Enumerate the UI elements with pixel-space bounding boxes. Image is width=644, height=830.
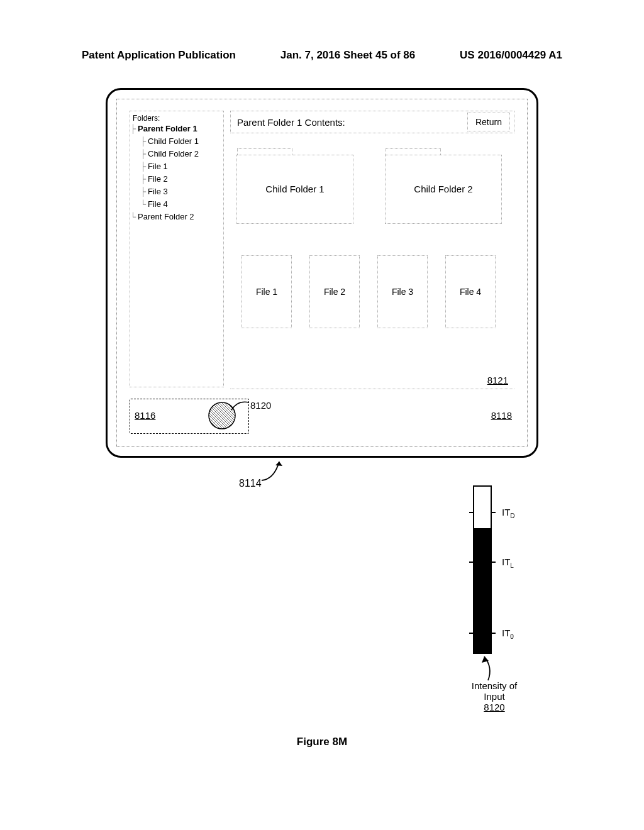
gauge-fill (474, 528, 491, 653)
tree-file-4[interactable]: File 4 (143, 198, 221, 211)
gauge-tick (469, 633, 474, 634)
ref-8120: 8120 (250, 400, 271, 411)
tree-parent-1-label: Parent Folder 1 (138, 124, 197, 133)
folder-tab-icon (386, 148, 441, 155)
file-tile-2[interactable]: File 2 (309, 255, 360, 328)
ref-8114: 8114 (239, 478, 262, 489)
gauge-tick (469, 562, 474, 563)
ref-8116: 8116 (135, 410, 155, 421)
tree-parent-2[interactable]: Parent Folder 2 (133, 211, 221, 223)
gauge-label-itd: ITD (502, 507, 515, 519)
page-header: Patent Application Publication Jan. 7, 2… (0, 49, 644, 62)
folder-tab-icon (237, 148, 292, 155)
folder-tile-1[interactable]: Child Folder 1 (236, 155, 353, 224)
tree-file-3[interactable]: File 3 (143, 185, 221, 198)
content-title: Parent Folder 1 Contents: (237, 117, 345, 128)
gauge-leader-icon (475, 653, 501, 683)
tree-parent-1[interactable]: Parent Folder 1 (133, 123, 221, 135)
ref-8118: 8118 (491, 410, 512, 421)
panel-divider (230, 389, 514, 389)
gauge-label-it0: IT0 (502, 628, 514, 640)
svg-marker-1 (275, 462, 282, 466)
figure-label: Figure 8M (0, 736, 644, 748)
gauge-label-itl: ITL (502, 556, 514, 569)
header-right: US 2016/0004429 A1 (460, 49, 562, 62)
gauge-caption: Intensity of Input 8120 (450, 680, 538, 712)
gauge-tick (491, 562, 496, 563)
return-button[interactable]: Return (467, 113, 510, 131)
content-header: Parent Folder 1 Contents: Return (230, 111, 514, 133)
tree-child-1[interactable]: Child Folder 1 (143, 135, 221, 148)
intensity-gauge: ITD ITL IT0 (473, 485, 492, 654)
folder-tree: Folders: Parent Folder 1 Child Folder 1 … (130, 111, 224, 387)
ref-8121: 8121 (487, 375, 508, 385)
bottom-area: 8116 8120 8118 (130, 399, 514, 434)
file-tile-1[interactable]: File 1 (242, 255, 292, 328)
device-frame: Folders: Parent Folder 1 Child Folder 1 … (106, 88, 538, 458)
header-left: Patent Application Publication (82, 49, 236, 62)
tree-file-2[interactable]: File 2 (143, 173, 221, 185)
tree-title: Folders: (133, 114, 221, 123)
gauge-tick (491, 512, 496, 513)
header-center: Jan. 7, 2016 Sheet 45 of 86 (280, 49, 416, 62)
file-tile-4[interactable]: File 4 (445, 255, 496, 328)
file-tile-3[interactable]: File 3 (377, 255, 428, 328)
gauge-tick (469, 512, 474, 513)
arrow-8114-icon (258, 456, 296, 484)
screen: Folders: Parent Folder 1 Child Folder 1 … (116, 99, 528, 447)
folder-tile-2[interactable]: Child Folder 2 (385, 155, 502, 224)
tree-child-2[interactable]: Child Folder 2 (143, 148, 221, 160)
gauge-tick (491, 633, 496, 634)
tree-file-1[interactable]: File 1 (143, 160, 221, 173)
